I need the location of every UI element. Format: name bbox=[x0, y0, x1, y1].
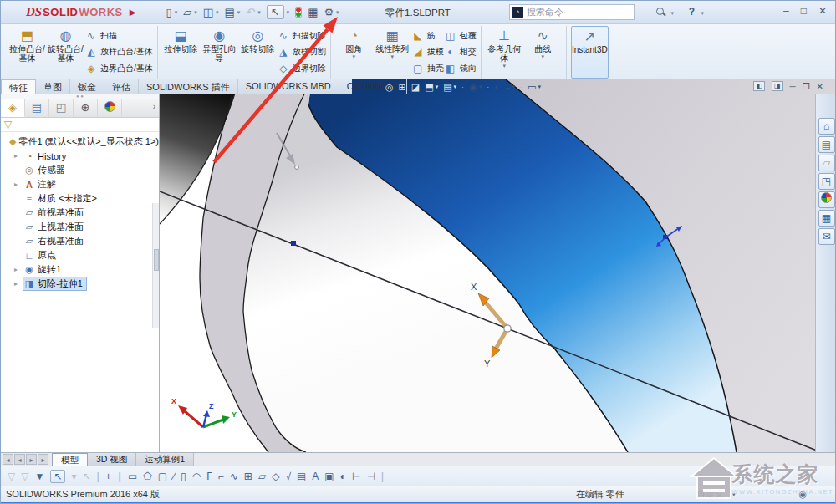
tree-item-front-plane[interactable]: ▱ 前视基准面 bbox=[1, 206, 159, 220]
tree-item-top-plane[interactable]: ▱ 上视基准面 bbox=[1, 220, 159, 234]
hide-show-items-icon[interactable]: ◉ bbox=[469, 82, 477, 93]
tree-root-part[interactable]: ◆ 零件1 (默认<<默认>_显示状态 1>) bbox=[1, 135, 159, 149]
gear-dropdown-icon[interactable]: ▾ bbox=[336, 9, 339, 16]
open-icon[interactable]: ▱ bbox=[183, 6, 191, 18]
shell-button[interactable]: ▢抽壳 bbox=[412, 61, 444, 75]
select-tool-icon[interactable]: ↖ bbox=[50, 470, 65, 483]
expander-icon[interactable]: ▸ bbox=[14, 181, 23, 188]
plane-tool-icon[interactable]: ▱ bbox=[258, 471, 266, 482]
table-tool-icon[interactable]: ▤ bbox=[297, 471, 306, 482]
search-dropdown-icon[interactable]: ▾ bbox=[670, 10, 674, 17]
boundary-boss-button[interactable]: ◈边界凸台/基体 bbox=[85, 61, 153, 75]
apply-scene-icon[interactable]: ◒ bbox=[505, 82, 511, 92]
fillet-dropdown-icon[interactable]: ▾ bbox=[353, 53, 356, 60]
home-icon[interactable]: ⌂ bbox=[818, 118, 835, 135]
tree-item-cut-extrude1[interactable]: ▸ ◨ 切除-拉伸1 bbox=[1, 277, 159, 291]
next-tab-icon[interactable]: ▸ bbox=[26, 454, 37, 465]
point-tool-icon[interactable]: + bbox=[105, 471, 111, 482]
graphics-area[interactable]: X Y X Y Z ◎ bbox=[160, 79, 836, 452]
select-tool-dropdown-icon[interactable]: ▾ bbox=[71, 471, 76, 482]
refgeo-dropdown-icon[interactable]: ▾ bbox=[503, 63, 507, 69]
dimension-tool-icon[interactable]: ⊢ bbox=[352, 471, 360, 482]
property-manager-tab[interactable]: ▤ bbox=[25, 99, 49, 117]
lofted-boss-button[interactable]: ◭放样凸台/基体 bbox=[85, 45, 153, 59]
doc-minimize-icon[interactable]: ─ bbox=[790, 82, 796, 91]
save-dropdown-icon[interactable]: ▾ bbox=[216, 9, 219, 16]
revolved-boss-button[interactable]: ◍ 旋转凸台/基体 bbox=[47, 26, 84, 79]
relation-tool-icon[interactable]: ⊣ bbox=[366, 471, 375, 482]
status-custom-dropdown-icon[interactable]: ▾ bbox=[732, 491, 736, 498]
arc-tool-icon[interactable]: ◠ bbox=[192, 471, 201, 482]
lofted-cut-button[interactable]: ◮放样切割 bbox=[278, 45, 326, 59]
select-dropdown-icon[interactable]: ▾ bbox=[287, 9, 290, 16]
draft-button[interactable]: ◢拔模 bbox=[412, 45, 444, 59]
selected-tree-item[interactable]: ◨ 切除-拉伸1 bbox=[23, 277, 86, 290]
options-gear-icon[interactable]: ⚙ bbox=[324, 6, 334, 18]
next-window-icon[interactable]: ◨ bbox=[772, 81, 783, 91]
open-dropdown-icon[interactable]: ▾ bbox=[194, 9, 197, 16]
view-palette-icon[interactable]: ◳ bbox=[818, 173, 835, 190]
tab-motion-study[interactable]: 运动算例1 bbox=[136, 453, 194, 466]
box-tool-icon[interactable]: ▢ bbox=[158, 471, 167, 482]
tab-addins[interactable]: SOLIDWORKS 插件 bbox=[139, 79, 238, 94]
mirror-button[interactable]: ◧镜向 bbox=[445, 61, 477, 75]
selection-filter-icon[interactable]: ▽ bbox=[8, 471, 15, 482]
shade-tool-icon[interactable]: ◐ bbox=[340, 471, 346, 482]
tree-item-history[interactable]: ▸ ◔ History bbox=[1, 149, 159, 163]
pattern-tool-icon[interactable]: ⊞ bbox=[244, 471, 252, 482]
search-icon[interactable] bbox=[656, 8, 664, 15]
rectangle-tool-icon[interactable]: ▭ bbox=[128, 471, 137, 482]
expander-icon[interactable]: ▸ bbox=[14, 152, 23, 160]
custom-properties-icon[interactable]: ▦ bbox=[818, 210, 835, 227]
reference-geometry-button[interactable]: ⊥ 参考几何体 ▾ bbox=[486, 26, 523, 79]
display-manager-tab[interactable] bbox=[98, 99, 122, 117]
appearances-icon[interactable] bbox=[818, 191, 835, 208]
swept-cut-button[interactable]: ∿扫描切除 bbox=[278, 28, 326, 43]
doc-close-icon[interactable]: ✕ bbox=[817, 82, 823, 91]
line-tool-icon[interactable]: ∣ bbox=[117, 471, 122, 482]
display-style-icon[interactable]: ▤ bbox=[443, 82, 451, 93]
tree-item-right-plane[interactable]: ▱ 右视基准面 bbox=[1, 234, 159, 248]
help-button[interactable]: ? bbox=[689, 6, 695, 18]
fillet-button[interactable]: ◔ 圆角 ▾ bbox=[335, 26, 373, 79]
hole-wizard-button[interactable]: ◉ 异型孔向导 bbox=[201, 26, 238, 79]
design-library-icon[interactable]: ▤ bbox=[818, 136, 835, 153]
prev-tab-icon[interactable]: ◂ bbox=[14, 454, 25, 465]
wrap-button[interactable]: ◫包覆 bbox=[445, 28, 477, 43]
tree-item-material[interactable]: ≡ 材质 <未指定> bbox=[1, 191, 159, 206]
spline-tool-icon[interactable]: ∿ bbox=[230, 471, 238, 482]
expander-icon[interactable]: ▸ bbox=[14, 266, 23, 273]
lasso-select-icon[interactable]: ↖ bbox=[82, 471, 90, 482]
tree-filter-row[interactable]: ▽ bbox=[1, 118, 159, 132]
tab-evaluate[interactable]: 评估 bbox=[104, 79, 139, 94]
doc-restore-icon[interactable]: ❐ bbox=[803, 82, 810, 91]
extruded-cut-button[interactable]: ⬓ 拉伸切除 bbox=[162, 26, 200, 79]
edit-appearance-icon[interactable]: ◐ bbox=[494, 82, 500, 92]
tab-sheet-metal[interactable]: 钣金 bbox=[70, 79, 104, 94]
slot-tool-icon[interactable]: ▯ bbox=[181, 471, 186, 482]
curves-dropdown-icon[interactable]: ▾ bbox=[542, 53, 545, 60]
options-table-icon[interactable]: ▦ bbox=[308, 6, 318, 18]
section-view-icon[interactable]: ◪ bbox=[411, 82, 420, 93]
print-icon[interactable]: ▤ bbox=[224, 6, 234, 18]
dimxpert-manager-tab[interactable]: ⊕ bbox=[74, 99, 98, 117]
display-style-dropdown-icon[interactable]: ▾ bbox=[454, 84, 457, 90]
rib-button[interactable]: ◣筋 bbox=[412, 28, 444, 43]
mirror-tool-icon[interactable]: ◇ bbox=[272, 471, 279, 482]
intersect-button[interactable]: ◐相交 bbox=[445, 45, 477, 59]
tab-model[interactable]: 模型 bbox=[52, 453, 88, 466]
scene-dropdown-icon[interactable]: ▾ bbox=[512, 84, 516, 90]
help-dropdown-icon[interactable]: ▾ bbox=[701, 10, 704, 17]
new-document-icon[interactable]: ▯ bbox=[166, 6, 171, 18]
pattern-dropdown-icon[interactable]: ▾ bbox=[391, 53, 395, 60]
tree-item-annotations[interactable]: ▸ A 注解 bbox=[1, 177, 159, 191]
instant3d-button[interactable]: ↗ Instant3D bbox=[571, 26, 609, 79]
view-orientation-dropdown-icon[interactable]: ▾ bbox=[436, 84, 439, 90]
slash-tool-icon[interactable]: ∕ bbox=[173, 471, 175, 482]
revolved-cut-button[interactable]: ◎ 旋转切除 bbox=[239, 26, 277, 79]
tree-scrollbar[interactable] bbox=[152, 203, 159, 328]
menu-expand-icon[interactable]: ▶ bbox=[130, 8, 136, 17]
previous-window-icon[interactable]: ◧ bbox=[753, 81, 765, 91]
tab-mbd[interactable]: SOLIDWORKS MBD bbox=[238, 79, 339, 94]
select-cursor-icon[interactable]: ↖ bbox=[267, 5, 284, 19]
